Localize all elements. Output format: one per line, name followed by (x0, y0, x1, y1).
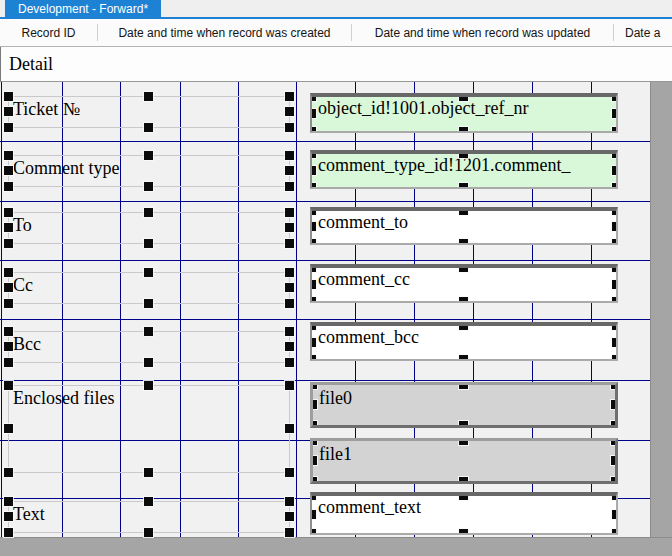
tab-development-forward[interactable]: Development - Forward* (5, 0, 161, 17)
selection-handle[interactable] (612, 510, 618, 519)
detail-band-header[interactable]: Detail (0, 47, 672, 82)
selection-handle[interactable] (285, 283, 294, 292)
selection-handle[interactable] (611, 421, 618, 428)
selection-handle[interactable] (310, 456, 317, 465)
field-file0[interactable]: file0 (310, 382, 618, 428)
selection-handle[interactable] (310, 127, 316, 133)
selection-handle[interactable] (285, 528, 294, 537)
selection-handle[interactable] (459, 207, 468, 215)
selection-handle[interactable] (612, 338, 618, 347)
selection-handle[interactable] (612, 207, 618, 215)
field-comment-text[interactable]: comment_text (310, 492, 618, 535)
selection-handle[interactable] (611, 382, 618, 389)
selection-handle[interactable] (310, 421, 317, 428)
selection-handle[interactable] (310, 477, 317, 484)
selection-handle[interactable] (4, 151, 13, 160)
selection-handle[interactable] (144, 92, 153, 101)
selection-handle[interactable] (285, 358, 294, 367)
selection-handle[interactable] (310, 280, 316, 289)
selection-handle[interactable] (612, 355, 618, 361)
label-to[interactable]: To (8, 212, 290, 244)
selection-handle[interactable] (4, 123, 13, 132)
selection-handle[interactable] (459, 421, 468, 428)
selection-handle[interactable] (285, 342, 294, 351)
selection-handle[interactable] (285, 424, 294, 433)
selection-handle[interactable] (144, 358, 153, 367)
selection-handle[interactable] (310, 239, 316, 245)
selection-handle[interactable] (4, 528, 13, 537)
selection-handle[interactable] (310, 382, 317, 389)
selection-handle[interactable] (285, 327, 294, 336)
selection-handle[interactable] (310, 150, 316, 158)
selection-handle[interactable] (144, 208, 153, 217)
selection-handle[interactable] (612, 109, 618, 118)
selection-handle[interactable] (285, 182, 294, 191)
selection-handle[interactable] (459, 529, 468, 535)
field-comment-bcc[interactable]: comment_bcc (310, 322, 618, 361)
selection-handle[interactable] (144, 528, 153, 537)
header-date-created[interactable]: Date and time when record was created (98, 19, 351, 46)
selection-handle[interactable] (144, 182, 153, 191)
selection-handle[interactable] (144, 151, 153, 160)
selection-handle[interactable] (285, 166, 294, 175)
selection-handle[interactable] (285, 497, 294, 506)
selection-handle[interactable] (4, 239, 13, 248)
selection-handle[interactable] (612, 93, 618, 101)
selection-handle[interactable] (611, 438, 618, 445)
field-comment-type[interactable]: comment_type_id!1201.comment_ (310, 150, 618, 189)
selection-handle[interactable] (4, 497, 13, 506)
selection-handle[interactable] (612, 322, 618, 330)
selection-handle[interactable] (459, 93, 468, 101)
selection-handle[interactable] (4, 166, 13, 175)
selection-handle[interactable] (611, 456, 618, 465)
selection-handle[interactable] (4, 358, 13, 367)
selection-handle[interactable] (310, 166, 316, 175)
selection-handle[interactable] (612, 183, 618, 189)
label-bcc[interactable]: Bcc (8, 331, 290, 363)
selection-handle[interactable] (459, 127, 468, 133)
selection-handle[interactable] (285, 208, 294, 217)
selection-handle[interactable] (4, 424, 13, 433)
header-date-updated[interactable]: Date and time when record was updated (352, 19, 613, 46)
selection-handle[interactable] (285, 223, 294, 232)
selection-handle[interactable] (612, 150, 618, 158)
field-file1[interactable]: file1 (310, 438, 618, 484)
selection-handle[interactable] (612, 297, 618, 303)
selection-handle[interactable] (310, 93, 316, 101)
field-object-ref-nr[interactable]: object_id!1001.object_ref_nr (310, 93, 618, 133)
label-cc[interactable]: Cc (8, 272, 290, 304)
selection-handle[interactable] (310, 207, 316, 215)
label-ticket-no[interactable]: Ticket № (8, 96, 290, 128)
selection-handle[interactable] (459, 150, 468, 158)
selection-handle[interactable] (4, 283, 13, 292)
selection-handle[interactable] (285, 239, 294, 248)
selection-handle[interactable] (4, 381, 13, 390)
selection-handle[interactable] (612, 166, 618, 175)
selection-handle[interactable] (310, 338, 316, 347)
selection-handle[interactable] (4, 107, 13, 116)
selection-handle[interactable] (144, 299, 153, 308)
selection-handle[interactable] (310, 492, 316, 500)
header-record-id[interactable]: Record ID (0, 19, 97, 46)
header-date-truncated[interactable]: Date a (614, 19, 672, 46)
selection-handle[interactable] (310, 109, 316, 118)
selection-handle[interactable] (310, 322, 316, 330)
selection-handle[interactable] (285, 381, 294, 390)
selection-handle[interactable] (459, 322, 468, 330)
selection-handle[interactable] (285, 468, 294, 477)
selection-handle[interactable] (144, 239, 153, 248)
selection-handle[interactable] (144, 123, 153, 132)
selection-handle[interactable] (285, 512, 294, 521)
selection-handle[interactable] (459, 438, 468, 445)
selection-handle[interactable] (310, 264, 316, 272)
selection-handle[interactable] (612, 127, 618, 133)
selection-handle[interactable] (459, 239, 468, 245)
selection-handle[interactable] (144, 381, 153, 390)
selection-handle[interactable] (285, 151, 294, 160)
selection-handle[interactable] (310, 438, 317, 445)
selection-handle[interactable] (612, 280, 618, 289)
selection-handle[interactable] (4, 182, 13, 191)
selection-handle[interactable] (285, 299, 294, 308)
selection-handle[interactable] (285, 268, 294, 277)
selection-handle[interactable] (310, 183, 316, 189)
